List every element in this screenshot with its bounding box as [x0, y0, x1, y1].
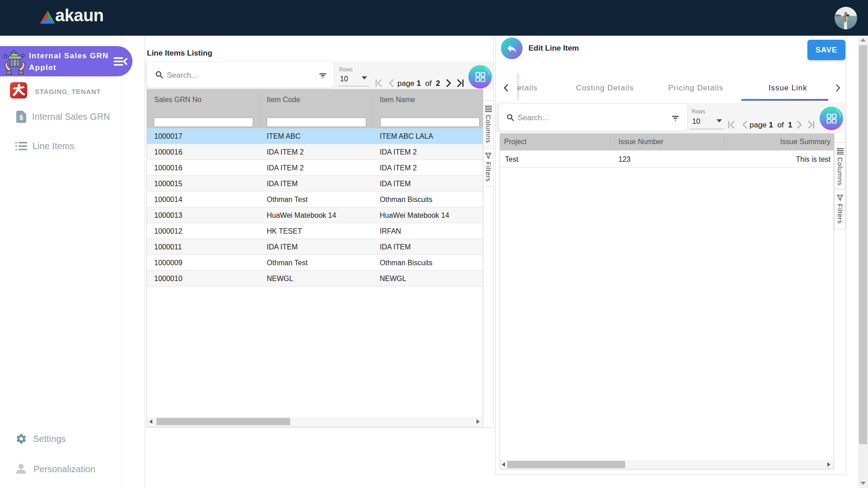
svg-text:$: $: [19, 113, 24, 121]
